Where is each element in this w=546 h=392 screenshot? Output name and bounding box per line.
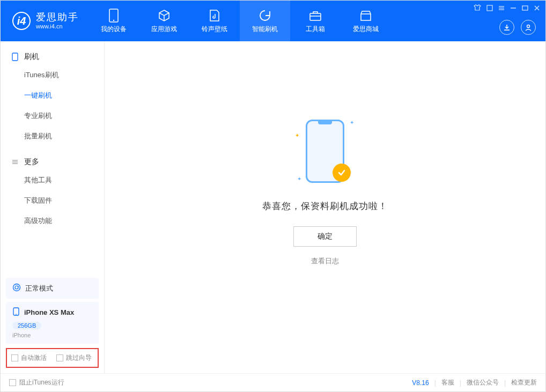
tab-label: 工具箱: [306, 25, 325, 34]
sparkle-icon: ✦: [295, 132, 299, 138]
success-message: 恭喜您，保资料刷机成功啦！: [262, 200, 388, 212]
tab-label: 铃声壁纸: [202, 25, 227, 34]
check-badge-icon: [333, 164, 351, 182]
window-controls: [474, 4, 540, 13]
section-title: 更多: [24, 157, 39, 167]
store-icon: [359, 9, 373, 23]
checkbox-block-itunes[interactable]: 阻止iTunes运行: [9, 378, 64, 387]
minimize-icon[interactable]: [510, 4, 517, 13]
mode-label: 正常模式: [25, 284, 53, 293]
sidebar-item-other-tools[interactable]: 其他工具: [1, 170, 104, 190]
success-illustration: ✦ ✦ ✦: [298, 116, 352, 186]
cube-icon: [157, 9, 171, 23]
app-header: i4 爱思助手 www.i4.cn 我的设备 应用游戏 铃声壁纸 智能刷机 工具…: [1, 1, 545, 41]
sidebar-item-advanced[interactable]: 高级功能: [1, 211, 104, 231]
device-storage: 256GB: [12, 322, 41, 329]
download-button[interactable]: [499, 20, 514, 35]
sidebar-section-flash: 刷机: [1, 49, 104, 65]
device-phone-icon: [12, 307, 20, 317]
sidebar: 刷机 iTunes刷机 一键刷机 专业刷机 批量刷机 更多 其他工具 下载固件 …: [1, 41, 105, 373]
logo-text: 爱思助手 www.i4.cn: [36, 12, 79, 29]
tab-label: 爱思商城: [353, 25, 379, 34]
header-right: [474, 1, 540, 41]
separator: |: [460, 379, 461, 387]
sidebar-item-pro-flash[interactable]: 专业刷机: [1, 106, 104, 126]
close-icon[interactable]: [534, 4, 540, 13]
sparkle-icon: ✦: [297, 176, 301, 182]
svg-point-17: [13, 284, 20, 291]
sync-icon: [12, 283, 21, 293]
footer-link-wechat[interactable]: 微信公众号: [467, 378, 499, 387]
view-log-link[interactable]: 查看日志: [311, 256, 339, 266]
footer-link-service[interactable]: 客服: [441, 378, 454, 387]
sidebar-item-itunes-flash[interactable]: iTunes刷机: [1, 65, 104, 85]
footer-right: V8.16 | 客服 | 微信公众号 | 检查更新: [412, 378, 537, 387]
tab-label: 应用游戏: [151, 25, 177, 34]
svg-rect-13: [12, 53, 18, 61]
main-content: ✦ ✦ ✦ 恭喜您，保资料刷机成功啦！ 确定 查看日志: [105, 41, 545, 373]
svg-point-1: [113, 19, 114, 20]
sidebar-item-oneclick-flash[interactable]: 一键刷机: [1, 85, 104, 106]
sidebar-section-more: 更多: [1, 154, 104, 170]
tab-ringtones-wallpapers[interactable]: 铃声壁纸: [189, 1, 240, 41]
separator: |: [504, 379, 506, 387]
tab-smart-flash[interactable]: 智能刷机: [240, 1, 290, 41]
section-title: 刷机: [24, 52, 39, 62]
logo-area: i4 爱思助手 www.i4.cn: [1, 12, 88, 30]
separator: |: [434, 379, 436, 387]
sparkle-icon: ✦: [350, 120, 354, 125]
checkbox-label: 自动激活: [21, 353, 47, 363]
refresh-icon: [258, 9, 272, 23]
ok-button[interactable]: 确定: [293, 226, 357, 247]
tab-my-device[interactable]: 我的设备: [88, 1, 139, 41]
tab-store[interactable]: 爱思商城: [341, 1, 391, 41]
checkbox-skip-guide[interactable]: 跳过向导: [56, 353, 92, 363]
highlighted-options: 自动激活 跳过向导: [6, 348, 99, 368]
tab-toolbox[interactable]: 工具箱: [290, 1, 341, 41]
menu-icon[interactable]: [498, 4, 505, 13]
header-actions: [499, 20, 540, 38]
svg-point-19: [16, 314, 17, 315]
svg-point-12: [527, 25, 530, 28]
checkbox-icon: [9, 379, 16, 386]
toolbox-icon: [308, 9, 322, 23]
footer-link-update[interactable]: 检查更新: [511, 378, 537, 387]
shirt-icon[interactable]: [474, 4, 481, 13]
sidebar-item-download-firmware[interactable]: 下载固件: [1, 190, 104, 211]
phone-icon: [107, 9, 121, 23]
list-icon: [11, 158, 19, 166]
svg-rect-2: [310, 13, 321, 20]
checkbox-icon: [56, 354, 63, 361]
checkbox-auto-activate[interactable]: 自动激活: [11, 353, 47, 363]
device-type: iPhone: [12, 332, 92, 338]
maximize-icon[interactable]: [522, 4, 528, 13]
brand-name: 爱思助手: [36, 12, 79, 23]
main-tabs: 我的设备 应用游戏 铃声壁纸 智能刷机 工具箱 爱思商城: [88, 1, 391, 41]
svg-rect-4: [487, 5, 492, 11]
music-file-icon: [208, 9, 222, 23]
logo-icon: i4: [12, 12, 31, 30]
user-button[interactable]: [521, 20, 536, 35]
tab-apps-games[interactable]: 应用游戏: [139, 1, 189, 41]
tab-label: 我的设备: [101, 25, 127, 34]
footer: 阻止iTunes运行 V8.16 | 客服 | 微信公众号 | 检查更新: [1, 373, 545, 391]
checkbox-label: 阻止iTunes运行: [19, 378, 64, 387]
tab-label: 智能刷机: [252, 25, 278, 34]
device-box[interactable]: iPhone XS Max 256GB iPhone: [6, 302, 99, 344]
mode-box: 正常模式: [6, 278, 99, 299]
mini-window-icon[interactable]: [486, 4, 493, 13]
sidebar-item-batch-flash[interactable]: 批量刷机: [1, 126, 104, 146]
brand-url: www.i4.cn: [36, 23, 79, 29]
device-name: iPhone XS Max: [24, 308, 74, 316]
svg-rect-9: [522, 6, 528, 10]
checkbox-label: 跳过向导: [66, 353, 92, 363]
checkbox-icon: [11, 354, 18, 361]
phone-outline-icon: [11, 53, 19, 61]
version-label: V8.16: [412, 379, 429, 387]
